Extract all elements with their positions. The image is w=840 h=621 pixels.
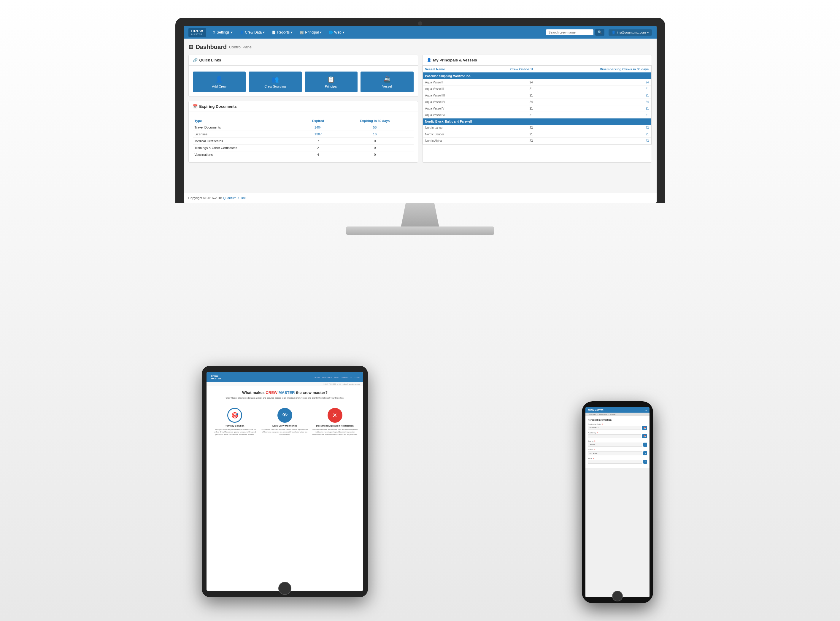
- tablet-navbar: CREW MASTER HOME FEATURES FAQs CONTACT U…: [207, 372, 363, 382]
- table-row: Travel Documents 1404 56: [193, 124, 414, 131]
- rank-dropdown-btn[interactable]: ▾: [643, 460, 647, 463]
- tablet-home-button[interactable]: [278, 582, 292, 595]
- disembarking-col-header: Disembarking Crews in 30 days: [535, 66, 651, 73]
- tablet-border: CREW MASTER HOME FEATURES FAQs CONTACT U…: [202, 366, 368, 597]
- user-menu[interactable]: 👤 iris@quantumx.com ▾: [609, 29, 651, 36]
- logo-bottom: MASTER: [191, 33, 203, 36]
- form-row-app-date: Application Date ✕ 03/17/2017 📅: [588, 423, 647, 430]
- phone-logo: CREW MASTER: [588, 409, 604, 411]
- form-row-rank: Rank ✕ ▾: [588, 457, 647, 463]
- tablet-feature-1: 🎯 Turnkey Solution Looking to automate y…: [211, 408, 258, 436]
- availability-input-row: 📅: [588, 434, 647, 438]
- quick-links-header: 🔗 Quick Links: [189, 55, 418, 66]
- vessel-icon: 🚢: [383, 76, 391, 83]
- footer-company-link[interactable]: Quantum X, Inc.: [223, 196, 246, 200]
- phone-main: Personal Information Application Date ✕ …: [585, 416, 650, 468]
- table-row: Nordic Dancer 21 21: [423, 131, 651, 138]
- tablet-hero-title: What makes CREW MASTER the crew master?: [211, 390, 358, 395]
- app-date-label: Application Date ✕: [588, 423, 647, 425]
- principals-header: 👤 My Principals & Vessels: [423, 55, 651, 66]
- monitor-stand-neck: [396, 203, 444, 227]
- vessel-button[interactable]: 🚢 Vessel: [361, 71, 414, 92]
- onboard-col-header: Crew Onboard: [476, 66, 535, 73]
- availability-label: Availability ✕: [588, 432, 647, 434]
- principal-ql-icon: 📋: [327, 76, 335, 83]
- crew-sourcing-icon: 👥: [272, 76, 279, 83]
- source-input-row: -Select- ▾: [588, 442, 647, 447]
- expiring-docs-table: Type Expired Expiring in 30 days Travel: [193, 118, 414, 158]
- group-header-2: Nordic Block, Baltic and Farewell: [423, 118, 651, 125]
- scene: CREW MASTER ⚙ Settings ▾ 👤 Crew Data ▾: [0, 0, 840, 621]
- phone-screen: CREW MASTER ☰ Crew Data › Personnel › Cr…: [585, 407, 650, 597]
- expiring-docs-header: 📅 Expiring Documents: [189, 101, 418, 112]
- tablet-nav-links: HOME FEATURES FAQs CONTACT US LOGIN: [314, 376, 360, 378]
- search-button[interactable]: 🔍: [595, 29, 604, 36]
- table-row: Nordic Lancer 23 23: [423, 125, 651, 131]
- nav-crew-data[interactable]: 👤 Crew Data ▾: [237, 29, 268, 36]
- monitor-stand-base: [346, 227, 494, 235]
- station-dropdown-btn[interactable]: ▾: [643, 451, 647, 455]
- search-input[interactable]: [546, 29, 594, 35]
- calendar-icon: 📅: [193, 104, 198, 109]
- hamburger-icon[interactable]: ☰: [645, 409, 647, 411]
- nav-settings[interactable]: ⚙ Settings ▾: [210, 29, 235, 36]
- source-dropdown-btn[interactable]: ▾: [643, 442, 647, 447]
- expiring-docs-body: Type Expired Expiring in 30 days Travel: [189, 112, 418, 162]
- tablet-contact-bar: (+632) 709-4011 to 13 sales@quantumx.com: [207, 382, 363, 386]
- availability-calendar-btn[interactable]: 📅: [642, 434, 647, 438]
- principal-button[interactable]: 📋 Principal: [305, 71, 358, 92]
- page-title: ⊞ Dashboard Control Panel: [189, 43, 652, 50]
- add-crew-icon: 👤: [215, 76, 223, 83]
- rank-label: Rank ✕: [588, 457, 647, 459]
- table-row: Nordic Alpha 23 23: [423, 138, 651, 144]
- tablet-logo: CREW MASTER: [210, 374, 222, 381]
- rank-input-row: ▾: [588, 460, 647, 463]
- logo: CREW MASTER: [189, 28, 206, 37]
- crew-sourcing-button[interactable]: 👥 Crew Sourcing: [249, 71, 302, 92]
- nav-web[interactable]: 🌐 Web ▾: [326, 29, 347, 36]
- source-label: Source ✕: [588, 440, 647, 442]
- table-row: Medical Certificates 7 0: [193, 138, 414, 145]
- monitoring-icon: 👁: [277, 408, 292, 423]
- settings-icon: ⚙: [213, 30, 215, 35]
- reports-icon: 📄: [272, 30, 276, 35]
- nav-reports[interactable]: 📄 Reports ▾: [269, 29, 296, 36]
- main-content: ⊞ Dashboard Control Panel 🔗 Quick Links: [184, 39, 657, 193]
- col-type: Type: [193, 118, 300, 124]
- expiration-icon: ✕: [328, 408, 342, 423]
- quick-links-body: 👤 Add Crew 👥 Crew Sourcing: [189, 66, 418, 97]
- quick-links-panel: 🔗 Quick Links 👤 Add Crew: [189, 55, 418, 97]
- vessel-col-header: Vessel Name: [423, 66, 476, 73]
- availability-input[interactable]: [588, 434, 641, 438]
- user-icon: 👤: [612, 30, 616, 35]
- app-date-calendar-btn[interactable]: 📅: [642, 426, 647, 430]
- globe-icon: 🌐: [329, 30, 333, 35]
- phone: CREW MASTER ☰ Crew Data › Personnel › Cr…: [582, 401, 653, 603]
- add-crew-button[interactable]: 👤 Add Crew: [193, 71, 246, 92]
- monitor: CREW MASTER ⚙ Settings ▾ 👤 Crew Data ▾: [175, 18, 665, 235]
- tablet-features: 🎯 Turnkey Solution Looking to automate y…: [207, 406, 363, 438]
- phone-home-button[interactable]: [612, 591, 623, 601]
- tablet-feature-3: ✕ Document Expiration Notification Provi…: [311, 408, 358, 436]
- app-date-input[interactable]: 03/17/2017: [588, 426, 641, 430]
- dashboard-grid: 🔗 Quick Links 👤 Add Crew: [189, 55, 652, 163]
- tablet: CREW MASTER HOME FEATURES FAQs CONTACT U…: [202, 366, 368, 597]
- source-select[interactable]: -Select-: [588, 442, 642, 447]
- form-row-station: Station ✕ ON ROLL ▾: [588, 448, 647, 455]
- dashboard-icon: ⊞: [189, 43, 193, 50]
- form-row-source: Source ✕ -Select- ▾: [588, 440, 647, 447]
- tablet-feature-2: 👁 Easy Crew Monitoring All relevant crew…: [261, 408, 308, 436]
- table-row: Vaccinations 4 0: [193, 151, 414, 158]
- station-select[interactable]: ON ROLL: [588, 451, 642, 455]
- rank-select[interactable]: [588, 460, 642, 463]
- nav-principal[interactable]: 🏢 Principal ▾: [297, 29, 325, 36]
- screen-footer: Copyright © 2016-2018 Quantum X, Inc.: [184, 193, 657, 203]
- table-row: Aqua Vessel IV 24 24: [423, 99, 651, 105]
- phone-navbar: CREW MASTER ☰: [585, 407, 650, 413]
- tablet-hero-desc: Crew Master allows you to have a quick a…: [211, 397, 358, 400]
- principals-table: Vessel Name Crew Onboard Disembarking Cr…: [423, 66, 651, 144]
- principals-scroll[interactable]: Vessel Name Crew Onboard Disembarking Cr…: [423, 66, 651, 145]
- table-row: Licenses 1387 16: [193, 131, 414, 138]
- logo-top: CREW: [191, 29, 203, 33]
- phone-page-title: Personal Information: [588, 418, 647, 421]
